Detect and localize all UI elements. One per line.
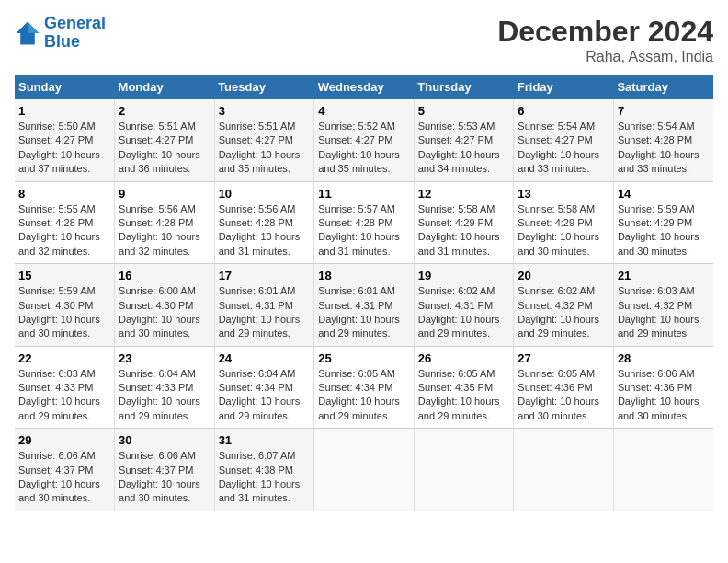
weekday-header: Tuesday [214,75,314,99]
calendar-subtitle: Raha, Assam, India [497,49,713,65]
weekday-header: Friday [514,75,614,99]
weekday-header: Sunday [15,75,115,99]
day-info: Sunrise: 5:54 AM Sunset: 4:27 PM Dayligh… [518,120,609,177]
day-info: Sunrise: 5:53 AM Sunset: 4:27 PM Dayligh… [418,120,510,177]
calendar-cell: 14Sunrise: 5:59 AM Sunset: 4:29 PM Dayli… [613,181,713,264]
calendar-cell: 15Sunrise: 5:59 AM Sunset: 4:30 PM Dayli… [15,264,115,347]
calendar-cell: 20Sunrise: 6:02 AM Sunset: 4:32 PM Dayli… [514,264,614,347]
logo: General Blue [15,15,106,52]
calendar-cell: 8Sunrise: 5:55 AM Sunset: 4:28 PM Daylig… [15,181,115,264]
day-number: 8 [18,187,110,201]
calendar-cell [414,429,514,511]
day-number: 15 [18,269,110,282]
day-info: Sunrise: 6:05 AM Sunset: 4:34 PM Dayligh… [318,367,410,424]
day-info: Sunrise: 5:54 AM Sunset: 4:28 PM Dayligh… [618,120,710,177]
calendar-cell: 5Sunrise: 5:53 AM Sunset: 4:27 PM Daylig… [414,99,514,181]
day-number: 10 [219,187,311,201]
day-number: 22 [18,351,110,365]
calendar-cell [613,429,713,511]
weekday-header: Thursday [414,75,514,99]
calendar-week-row: 22Sunrise: 6:03 AM Sunset: 4:33 PM Dayli… [15,346,713,429]
calendar-week-row: 8Sunrise: 5:55 AM Sunset: 4:28 PM Daylig… [15,181,713,264]
day-info: Sunrise: 6:02 AM Sunset: 4:32 PM Dayligh… [518,284,609,341]
calendar-cell: 16Sunrise: 6:00 AM Sunset: 4:30 PM Dayli… [115,264,215,347]
calendar-cell: 4Sunrise: 5:52 AM Sunset: 4:27 PM Daylig… [314,99,415,181]
day-info: Sunrise: 5:56 AM Sunset: 4:28 PM Dayligh… [219,202,311,259]
calendar-cell: 1Sunrise: 5:50 AM Sunset: 4:27 PM Daylig… [15,99,115,181]
day-number: 1 [18,104,110,118]
day-number: 4 [318,104,410,118]
day-info: Sunrise: 6:06 AM Sunset: 4:37 PM Dayligh… [18,449,110,506]
day-number: 19 [418,269,510,282]
calendar-cell [514,429,614,511]
day-info: Sunrise: 6:02 AM Sunset: 4:31 PM Dayligh… [418,284,510,341]
calendar-cell: 18Sunrise: 6:01 AM Sunset: 4:31 PM Dayli… [314,264,415,347]
header-row: SundayMondayTuesdayWednesdayThursdayFrid… [15,75,713,99]
day-number: 28 [618,351,710,365]
calendar-cell: 17Sunrise: 6:01 AM Sunset: 4:31 PM Dayli… [214,264,314,347]
day-number: 9 [119,187,210,201]
calendar-cell: 21Sunrise: 6:03 AM Sunset: 4:32 PM Dayli… [613,264,713,347]
day-info: Sunrise: 6:05 AM Sunset: 4:36 PM Dayligh… [518,367,609,424]
day-info: Sunrise: 6:06 AM Sunset: 4:36 PM Dayligh… [618,367,710,424]
calendar-cell: 7Sunrise: 5:54 AM Sunset: 4:28 PM Daylig… [613,99,713,181]
day-number: 12 [418,187,510,201]
weekday-header: Saturday [613,75,713,99]
day-info: Sunrise: 5:59 AM Sunset: 4:29 PM Dayligh… [618,202,710,259]
day-info: Sunrise: 5:56 AM Sunset: 4:28 PM Dayligh… [119,202,210,259]
day-number: 16 [119,269,210,282]
day-info: Sunrise: 6:00 AM Sunset: 4:30 PM Dayligh… [119,284,210,341]
day-info: Sunrise: 6:07 AM Sunset: 4:38 PM Dayligh… [219,449,311,506]
day-number: 13 [518,187,609,201]
calendar-title: December 2024 [497,15,713,49]
day-info: Sunrise: 6:03 AM Sunset: 4:32 PM Dayligh… [618,284,710,341]
day-number: 27 [518,351,609,365]
calendar-cell: 26Sunrise: 6:05 AM Sunset: 4:35 PM Dayli… [414,346,514,429]
day-info: Sunrise: 5:50 AM Sunset: 4:27 PM Dayligh… [18,120,110,177]
day-number: 14 [618,187,710,201]
day-info: Sunrise: 6:04 AM Sunset: 4:33 PM Dayligh… [119,367,210,424]
title-block: December 2024 Raha, Assam, India [497,15,713,65]
day-number: 26 [418,351,510,365]
day-info: Sunrise: 6:04 AM Sunset: 4:34 PM Dayligh… [219,367,311,424]
calendar-week-row: 1Sunrise: 5:50 AM Sunset: 4:27 PM Daylig… [15,99,713,181]
calendar-cell: 27Sunrise: 6:05 AM Sunset: 4:36 PM Dayli… [514,346,614,429]
calendar-week-row: 15Sunrise: 5:59 AM Sunset: 4:30 PM Dayli… [15,264,713,347]
day-number: 7 [618,104,710,118]
day-number: 6 [518,104,609,118]
calendar-cell: 22Sunrise: 6:03 AM Sunset: 4:33 PM Dayli… [15,346,115,429]
day-number: 25 [318,351,410,365]
day-info: Sunrise: 5:58 AM Sunset: 4:29 PM Dayligh… [518,202,609,259]
day-number: 17 [219,269,311,282]
day-number: 23 [119,351,210,365]
page-header: General Blue December 2024 Raha, Assam, … [15,15,713,65]
day-info: Sunrise: 6:06 AM Sunset: 4:37 PM Dayligh… [119,449,210,506]
calendar-table: SundayMondayTuesdayWednesdayThursdayFrid… [15,75,713,511]
day-info: Sunrise: 5:51 AM Sunset: 4:27 PM Dayligh… [219,120,311,177]
day-info: Sunrise: 5:57 AM Sunset: 4:28 PM Dayligh… [318,202,410,259]
logo-icon [15,20,40,46]
logo-text: General Blue [44,15,106,52]
day-number: 20 [518,269,609,282]
calendar-cell: 3Sunrise: 5:51 AM Sunset: 4:27 PM Daylig… [214,99,314,181]
calendar-cell [314,429,415,511]
calendar-cell: 31Sunrise: 6:07 AM Sunset: 4:38 PM Dayli… [214,429,314,511]
day-number: 11 [318,187,410,201]
day-number: 31 [219,433,311,447]
day-number: 21 [618,269,710,282]
day-info: Sunrise: 6:05 AM Sunset: 4:35 PM Dayligh… [418,367,510,424]
svg-marker-1 [28,21,39,32]
calendar-cell: 30Sunrise: 6:06 AM Sunset: 4:37 PM Dayli… [115,429,215,511]
calendar-cell: 6Sunrise: 5:54 AM Sunset: 4:27 PM Daylig… [514,99,614,181]
day-info: Sunrise: 5:59 AM Sunset: 4:30 PM Dayligh… [18,284,110,341]
calendar-cell: 29Sunrise: 6:06 AM Sunset: 4:37 PM Dayli… [15,429,115,511]
day-number: 30 [119,433,210,447]
calendar-cell: 23Sunrise: 6:04 AM Sunset: 4:33 PM Dayli… [115,346,215,429]
calendar-cell: 11Sunrise: 5:57 AM Sunset: 4:28 PM Dayli… [314,181,415,264]
day-info: Sunrise: 6:01 AM Sunset: 4:31 PM Dayligh… [219,284,311,341]
day-info: Sunrise: 5:51 AM Sunset: 4:27 PM Dayligh… [119,120,210,177]
day-number: 2 [119,104,210,118]
calendar-cell: 25Sunrise: 6:05 AM Sunset: 4:34 PM Dayli… [314,346,415,429]
calendar-week-row: 29Sunrise: 6:06 AM Sunset: 4:37 PM Dayli… [15,429,713,511]
weekday-header: Monday [115,75,215,99]
